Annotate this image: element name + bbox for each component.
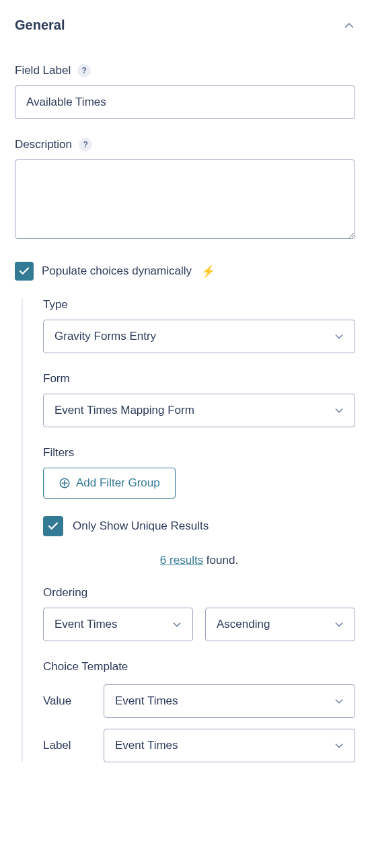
form-select[interactable]: Event Times Mapping Form <box>43 394 355 427</box>
choice-template-field: Choice Template Value Event Times Label … <box>43 660 355 762</box>
general-section-title: General <box>15 17 65 33</box>
choice-template-value-select[interactable]: Event Times <box>104 684 355 718</box>
type-field: Type Gravity Forms Entry <box>43 298 355 353</box>
unique-results-label: Only Show Unique Results <box>73 519 209 533</box>
results-suffix: found. <box>203 554 238 567</box>
form-select-wrap: Event Times Mapping Form <box>43 394 355 427</box>
add-filter-group-button[interactable]: Add Filter Group <box>43 468 176 499</box>
help-icon[interactable]: ? <box>77 64 91 77</box>
field-label-input[interactable] <box>15 85 355 119</box>
unique-results-row: Only Show Unique Results <box>43 516 355 536</box>
type-select[interactable]: Gravity Forms Entry <box>43 320 355 353</box>
type-select-wrap: Gravity Forms Entry <box>43 320 355 353</box>
dynamic-config-group: Type Gravity Forms Entry Form Event Time… <box>22 298 355 762</box>
ordering-field: Ordering Event Times Ascending <box>43 586 355 641</box>
choice-template-label-row: Label Event Times <box>43 729 355 762</box>
form-field: Form Event Times Mapping Form <box>43 372 355 427</box>
description-row: Description ? <box>15 138 355 242</box>
filters-label: Filters <box>43 446 355 460</box>
description-header: Description ? <box>15 138 355 151</box>
bolt-icon: ⚡ <box>201 264 215 279</box>
form-label: Form <box>43 372 355 386</box>
field-label-row: Field Label ? <box>15 64 355 119</box>
chevron-up-icon <box>343 20 355 32</box>
choice-template-label: Choice Template <box>43 660 355 674</box>
choice-template-value-select-wrap: Event Times <box>104 684 355 718</box>
field-label-text: Field Label <box>15 64 71 77</box>
ordering-label: Ordering <box>43 586 355 600</box>
general-section-header[interactable]: General <box>15 12 355 45</box>
ordering-direction-select[interactable]: Ascending <box>205 608 355 641</box>
type-label: Type <box>43 298 355 312</box>
field-label-header: Field Label ? <box>15 64 355 77</box>
filters-field: Filters Add Filter Group Only Show Uniqu… <box>43 446 355 567</box>
description-textarea[interactable] <box>15 159 355 239</box>
description-label: Description <box>15 138 72 151</box>
populate-dynamically-row: Populate choices dynamically ⚡ <box>15 262 355 281</box>
results-count: 6 <box>160 554 166 567</box>
choice-template-label-select[interactable]: Event Times <box>104 729 355 762</box>
results-line: 6 results found. <box>43 554 355 567</box>
ordering-field-select-wrap: Event Times <box>43 608 193 641</box>
help-icon[interactable]: ? <box>79 138 92 151</box>
populate-dynamically-checkbox[interactable] <box>15 262 34 281</box>
populate-dynamically-label: Populate choices dynamically <box>42 264 192 278</box>
results-word: results <box>170 554 203 567</box>
unique-results-checkbox[interactable] <box>43 516 63 536</box>
ordering-field-select[interactable]: Event Times <box>43 608 193 641</box>
ordering-direction-select-wrap: Ascending <box>205 608 355 641</box>
choice-template-label-label: Label <box>43 739 90 752</box>
results-link[interactable]: 6 results <box>160 554 203 567</box>
choice-template-value-label: Value <box>43 694 90 708</box>
choice-template-label-select-wrap: Event Times <box>104 729 355 762</box>
choice-template-value-row: Value Event Times <box>43 684 355 718</box>
add-filter-group-label: Add Filter Group <box>76 476 160 490</box>
